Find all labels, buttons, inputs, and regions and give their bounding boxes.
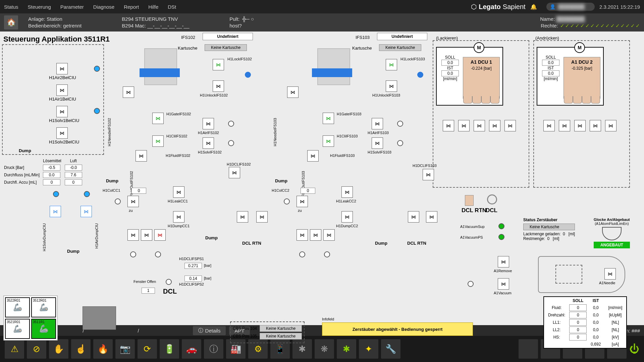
robot-3512r01[interactable]: 3512R01🦾 (31, 297, 56, 317)
valve-icon[interactable]: ⋈ (127, 229, 139, 241)
battery-icon[interactable]: 🔋 (160, 339, 179, 359)
spray-icon[interactable]: ✦ (359, 339, 378, 359)
valve-icon[interactable]: ⋈ (287, 86, 299, 98)
dcu1-soll[interactable]: 0.0 (441, 60, 459, 66)
menu-hilfe[interactable]: Hilfe (148, 4, 158, 10)
valve-leakcc1[interactable]: ⋈ (173, 186, 184, 198)
fenster-val[interactable]: 1 (142, 288, 155, 294)
valve-icon[interactable]: ⋈ (474, 120, 485, 131)
valve-icon[interactable]: ⋈ (297, 229, 308, 241)
valve-h1unlock102[interactable]: ⋈ (213, 80, 224, 92)
robot-3522r01[interactable]: 3522R01🦾 (5, 297, 30, 317)
menu-diagnose[interactable]: Diagnose (93, 4, 114, 10)
robot-3521r01[interactable]: 3521R01🦾 (5, 319, 30, 339)
valve-icon[interactable]: ⋈ (310, 229, 321, 241)
valve-icon[interactable]: ⋈ (605, 120, 616, 131)
warning-icon[interactable]: ⚠ (5, 339, 24, 359)
valve-icon[interactable]: ⋈ (56, 127, 68, 139)
valve-icon[interactable]: ⋈ (408, 211, 419, 223)
ll1-soll[interactable]: 0 (569, 319, 587, 326)
robot-3511r1[interactable]: 3511R1🦾 (31, 319, 56, 339)
valve-icon[interactable]: ⋈ (307, 150, 319, 162)
hand-icon[interactable]: ✋ (49, 339, 68, 359)
valve-label: H1LockIFS102 (227, 57, 252, 61)
wrench-icon[interactable]: 🔧 (381, 339, 400, 359)
valve-label: H1NeedleIFS102 (107, 118, 111, 146)
valve-icon[interactable]: ⋈ (56, 106, 68, 117)
valve-icon[interactable]: ⋈ (127, 196, 139, 207)
valve-icon[interactable]: ⋈ (56, 84, 68, 96)
stop-icon[interactable]: ⊘ (27, 339, 46, 359)
valve-cli102[interactable]: ⋈ (152, 135, 164, 147)
valve-leakcc2[interactable]: ⋈ (341, 186, 353, 198)
bell-icon[interactable]: 🔔 (530, 4, 537, 10)
valve-icon[interactable]: ⋈ (50, 206, 61, 217)
valve-icon[interactable]: ⋈ (574, 120, 586, 131)
valve-icon[interactable]: ⋈ (256, 211, 268, 223)
robot-thumbnails: 3522R01🦾 3512R01🦾 3521R01🦾 3511R1🦾 (3, 296, 58, 341)
ifs102-tag: IFS102 (181, 35, 195, 40)
valve-dumpcc1[interactable]: ⋈ (173, 211, 184, 223)
valve-icon[interactable]: ⋈ (543, 120, 555, 131)
valve-icon[interactable]: ⋈ (141, 229, 152, 241)
fire-icon[interactable]: 🔥 (93, 339, 113, 359)
valve-air103[interactable]: ⋈ (372, 118, 383, 129)
valve-icon[interactable]: ⋈ (323, 229, 335, 241)
valve-icon[interactable]: ⋈ (80, 206, 92, 217)
valve-a1vacuum[interactable]: ⋈ (498, 278, 509, 290)
camera-icon[interactable]: 📷 (115, 339, 135, 359)
refresh-icon[interactable]: ⟳ (138, 339, 157, 359)
valve-dcl102[interactable]: ⋈ (229, 167, 240, 178)
valve-icon[interactable]: ⋈ (443, 120, 454, 131)
finger-icon[interactable]: ☝ (71, 339, 91, 359)
valve-icon[interactable]: ⋈ (56, 63, 68, 74)
valve-icon[interactable]: ⋈ (136, 150, 147, 162)
valve-cli103[interactable]: ⋈ (323, 135, 334, 147)
valve-icon[interactable]: ⋈ (123, 86, 134, 98)
valve-h1lock103[interactable]: ⋈ (386, 59, 397, 70)
valve-icon[interactable]: ⋈ (489, 120, 500, 131)
slot[interactable] (519, 339, 538, 359)
valve-solv103[interactable]: ⋈ (372, 137, 383, 149)
valve-h1unlock103[interactable]: ⋈ (386, 80, 397, 92)
details-button[interactable]: ⓘDetails (193, 326, 226, 335)
status-indicator (299, 251, 305, 257)
drehzahl-soll[interactable]: 0 (569, 312, 587, 318)
valve-dcl103[interactable]: ⋈ (423, 169, 434, 180)
fan3-icon[interactable]: ✱ (337, 339, 356, 359)
user-pill[interactable]: ████████ (546, 3, 595, 11)
menu-steuerung[interactable]: Steuerung (28, 4, 51, 10)
zu-label: zu (129, 208, 133, 213)
menu-parameter[interactable]: Parameter (60, 4, 84, 10)
valve-air102[interactable]: ⋈ (203, 118, 214, 129)
valve-a1remove[interactable]: ⋈ (498, 256, 509, 267)
valve-icon[interactable]: ⋈ (590, 120, 601, 131)
valve-a1needle[interactable]: ⋈ (604, 268, 616, 280)
home-button[interactable]: 🏠 (4, 15, 18, 29)
valve-gate102[interactable]: ⋈ (152, 113, 164, 124)
info-icon[interactable]: ⓘ (204, 339, 223, 359)
valve-solv102[interactable]: ⋈ (203, 137, 214, 149)
valve-dumpcc2[interactable]: ⋈ (341, 211, 353, 223)
valve-icon[interactable]: ⋈ (237, 211, 248, 223)
hs-soll[interactable]: 0 (569, 334, 587, 341)
power-icon[interactable]: ⏻ (629, 343, 639, 355)
menu-report[interactable]: Report (124, 4, 139, 10)
valve-icon[interactable]: ⋈ (458, 120, 470, 131)
valve-icon[interactable]: ⋈ (297, 196, 308, 207)
valve-gate103[interactable]: ⋈ (323, 113, 334, 124)
valve-icon[interactable]: ⋈ (559, 120, 570, 131)
ifs103-tag: IFS103 (356, 35, 370, 40)
fan2-icon[interactable]: ❋ (315, 339, 334, 359)
valve-icon[interactable]: ⋈ (504, 120, 516, 131)
valve-h1lock102[interactable]: ⋈ (213, 59, 224, 70)
dcu1-box: M SOLL0.0 IST0.0 [ml/min] A1 DCU 1 -0.22… (436, 47, 503, 106)
valve-icon[interactable]: ⋈ (154, 229, 166, 241)
menu-status[interactable]: Status (4, 4, 18, 10)
ll2-soll[interactable]: 0 (569, 326, 587, 333)
fluid-soll[interactable]: 0 (569, 304, 587, 311)
dcu2-soll[interactable]: 0.0 (542, 60, 559, 66)
valve-icon[interactable]: ⋈ (426, 211, 437, 223)
car-icon[interactable]: 🚗 (182, 339, 201, 359)
menu-dst[interactable]: DSt (168, 4, 176, 10)
